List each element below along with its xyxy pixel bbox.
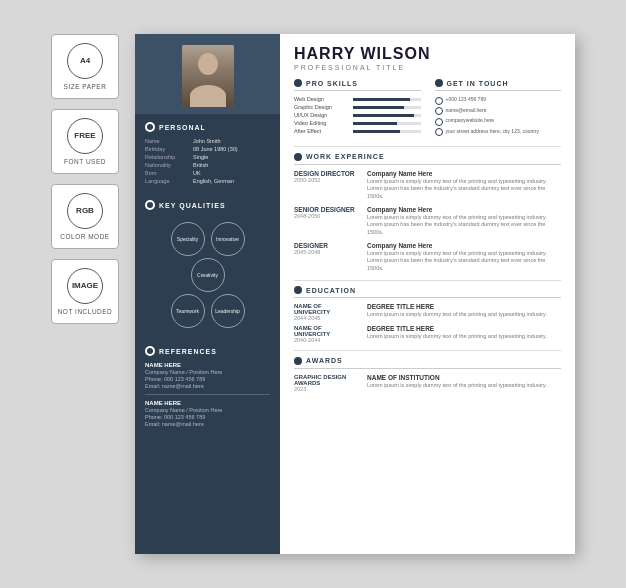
work-jobtitle-3: DESIGNER [294,242,359,249]
edu-left-1: NAME OF UNIVERCITY 2044-2045 [294,303,359,321]
personal-label-name: Name [145,138,189,144]
circles-top-row: Speciality Innovative [171,222,245,256]
badge-image-label: NOT INCLUDED [58,308,113,315]
edu-degree-1: DEGREE TITLE HERE [367,303,561,310]
contact-location: your street address here, city 123, coun… [435,128,562,137]
divider-1 [294,146,561,147]
ref2-position: Company Name / Position Here [145,407,270,413]
ref1-phone: Phone: 000 123 456 789 [145,376,270,382]
education-title: EDUCATION [294,286,561,298]
personal-label-nationality: Nationality [145,162,189,168]
qualities-section-title: KEY QUALITIES [145,200,270,210]
ref2-phone: Phone: 000 123 456 789 [145,414,270,420]
badge-rgb-circle: RGB [67,193,103,229]
edu-school-1: NAME OF UNIVERCITY [294,303,359,315]
skill-uiux: UI/UX Design [294,112,421,118]
work-right-1: Company Name Here Lorem ipsum is simply … [367,170,561,201]
personal-row-relationship: Relationship Single [145,154,270,160]
work-experience-title: WORK EXPERINCE [294,153,561,165]
cv-photo [182,45,234,107]
phone-icon [435,97,443,105]
personal-label-relationship: Relationship [145,154,189,160]
badge-a4-circle: A4 [67,43,103,79]
badge-image-circle: IMAGE [67,268,103,304]
badge-rgb: RGB COLOR MODE [51,184,119,249]
personal-value-name: John Smith [193,138,221,144]
cv-top-grid: PRO SKILLS Web Design Graphic Design UI/… [294,79,561,138]
references-title-text: REFERENCES [159,348,217,355]
get-in-touch-section: GET IN TOUCH +000 123 456 789 name@email… [435,79,562,138]
quality-leadership: Leadership [211,294,245,328]
personal-label-birthday: Birthday [145,146,189,152]
cv-photo-area [135,34,280,114]
personal-row-birthday: Birthday 08 June 1980 (30) [145,146,270,152]
badge-a4-label: SIZE PAPER [64,83,107,90]
qualities-dot [145,200,155,210]
award-right-1: NAME OF INSTITUTION Lorem ipsum is simpl… [367,374,561,392]
references-section-title: REFERENCES [145,346,270,356]
awards-section: AWARDS GRAPHIC DESIGN AWARDS 2023 NAME O… [294,357,561,392]
work-years-1: 2050-2052 [294,177,359,183]
work-left-1: DESIGN DIRECTOR 2050-2052 [294,170,359,201]
edu-years-1: 2044-2045 [294,315,359,321]
badge-rgb-label: COLOR MODE [60,233,109,240]
quality-creativity: Creativity [191,258,225,292]
personal-row-nationality: Nationality British [145,162,270,168]
work-entries: DESIGN DIRECTOR 2050-2052 Company Name H… [294,170,561,273]
contact-web: companywebsite.here [435,117,562,126]
personal-value-nationality: British [193,162,208,168]
reference-2: NAME HERE Company Name / Position Here P… [145,400,270,427]
work-right-3: Company Name Here Lorem ipsum is simply … [367,242,561,273]
edu-school-2: NAME OF UNIVERCITY [294,325,359,337]
circles-mid-row: Creativity [191,258,225,292]
personal-row-name: Name John Smith [145,138,270,144]
ref-divider [145,394,270,395]
work-experience-section: WORK EXPERINCE DESIGN DIRECTOR 2050-2052… [294,153,561,273]
email-icon [435,107,443,115]
awards-title: AWARDS [294,357,561,369]
quality-innovative: Innovative [211,222,245,256]
awards-title-text: AWARDS [306,357,343,364]
edu-desc-1: Lorem ipsum is simply dummy text of the … [367,311,561,319]
badge-image: IMAGE NOT INCLUDED [51,259,119,324]
badge-rgb-text: RGB [76,207,94,216]
divider-2 [294,280,561,281]
award-title-1: GRAPHIC DESIGN AWARDS [294,374,359,386]
badge-a4-text: A4 [80,57,90,66]
award-inst-1: NAME OF INSTITUTION [367,374,561,381]
references-list: NAME HERE Company Name / Position Here P… [145,362,270,427]
badge-free-text: FREE [74,132,95,141]
pro-skills-title-text: PRO SKILLS [306,80,358,87]
badge-free-circle: FREE [67,118,103,154]
left-badges: A4 SIZE PAPER FREE FONT USED RGB COLOR M… [51,34,119,324]
personal-dot [145,122,155,132]
personal-title-text: PERSONAL [159,124,206,131]
cv-photo-person [182,45,234,107]
personal-value-born: UK [193,170,201,176]
education-entries: NAME OF UNIVERCITY 2044-2045 DEGREE TITL… [294,303,561,343]
skills-list: Web Design Graphic Design UI/UX Design [294,96,421,134]
personal-value-birthday: 08 June 1980 (30) [193,146,238,152]
work-desc-3: Lorem ipsum is simply dummy text of the … [367,250,561,273]
ref1-position: Company Name / Position Here [145,369,270,375]
award-year-1: 2023 [294,386,359,392]
personal-label-born: Born [145,170,189,176]
contact-email: name@email.here [435,107,562,116]
badge-a4: A4 SIZE PAPER [51,34,119,99]
pro-skills-title: PRO SKILLS [294,79,421,91]
pro-skills-section: PRO SKILLS Web Design Graphic Design UI/… [294,79,421,138]
edu-entry-2: NAME OF UNIVERCITY 2040-2044 DEGREE TITL… [294,325,561,343]
edu-left-2: NAME OF UNIVERCITY 2040-2044 [294,325,359,343]
work-years-2: 2048-2050 [294,213,359,219]
ref1-name: NAME HERE [145,362,270,368]
pro-skills-dot [294,79,302,87]
work-company-1: Company Name Here [367,170,561,177]
award-entry-1: GRAPHIC DESIGN AWARDS 2023 NAME OF INSTI… [294,374,561,392]
work-dot [294,153,302,161]
ref2-email: Email: name@mail.here [145,421,270,427]
get-in-touch-title-text: GET IN TOUCH [447,80,509,87]
edu-entry-1: NAME OF UNIVERCITY 2044-2045 DEGREE TITL… [294,303,561,321]
edu-desc-2: Lorem ipsum is simply dummy text of the … [367,333,561,341]
work-jobtitle-1: DESIGN DIRECTOR [294,170,359,177]
awards-dot [294,357,302,365]
